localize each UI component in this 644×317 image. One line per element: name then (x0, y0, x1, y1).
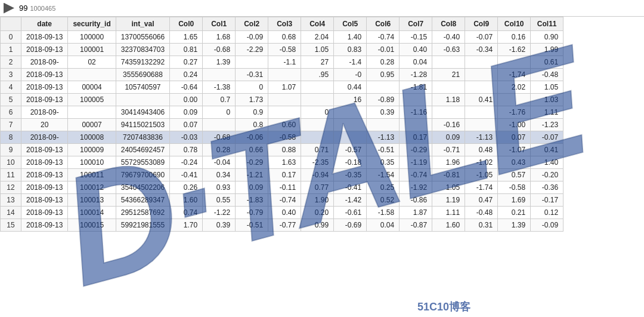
cell-10: 0.25 (367, 181, 400, 194)
cell-9: 1.40 (334, 31, 367, 44)
cell-15: -0.17 (531, 194, 564, 207)
col-header-col0[interactable]: Col0 (170, 17, 203, 31)
cell-4: 1.70 (170, 219, 203, 232)
cell-7: 1.07 (268, 81, 301, 94)
cell-13: -1.05 (465, 169, 498, 181)
cell-7: 1.63 (268, 156, 301, 169)
cell-6: -2.29 (236, 44, 268, 56)
cell-10: -0.74 (367, 31, 400, 44)
cell-2: 100005 (68, 94, 116, 106)
cell-14: 0.57 (498, 169, 531, 181)
cell-15: -0.09 (531, 219, 564, 232)
cell-4: 0.78 (170, 144, 203, 156)
row-index: 3 (1, 69, 21, 81)
row-index: 13 (1, 194, 21, 207)
cell-8: -2.35 (301, 156, 334, 169)
col-header-col9[interactable]: Col9 (465, 17, 498, 31)
cell-13 (465, 56, 498, 69)
cell-1: 2018-09-13 (21, 156, 68, 169)
col-header-col8[interactable]: Col8 (432, 17, 465, 31)
row-index: 10 (1, 156, 21, 169)
cell-2: 100013 (68, 194, 116, 207)
cell-7: 0.68 (268, 31, 301, 44)
cell-6: -1.21 (236, 169, 268, 181)
cell-13 (465, 119, 498, 131)
row-index: 9 (1, 144, 21, 156)
table-row: 42018-09-1300004105740597-0.64-1.3801.07… (1, 81, 564, 94)
row-index: 1 (1, 44, 21, 56)
cell-5: -1.38 (203, 81, 236, 94)
cell-2: 00004 (68, 81, 116, 94)
cell-15: 0.90 (531, 31, 564, 44)
col-header-col11[interactable]: Col11 (531, 17, 564, 31)
cell-11: 0.17 (400, 131, 432, 144)
cell-3: 29512587692 (116, 207, 169, 219)
row-index: 8 (1, 131, 21, 144)
table-row: 02018-09-13100000137005560661.651.68-0.0… (1, 31, 564, 44)
cell-7: -1.1 (268, 56, 301, 69)
cell-5: 0.39 (203, 219, 236, 232)
cell-7 (268, 69, 301, 81)
cell-7: 0.40 (268, 207, 301, 219)
cell-13: -0.48 (465, 207, 498, 219)
cell-9: -0.41 (334, 181, 367, 194)
col-header-col3[interactable]: Col3 (268, 17, 301, 31)
col-header-security_id[interactable]: security_id (68, 17, 116, 31)
table-row: 102018-09-1310001055729553089-0.24-0.04-… (1, 156, 564, 169)
cell-15: 1.40 (531, 156, 564, 169)
col-header-col10[interactable]: Col10 (498, 17, 531, 31)
cell-1: 2018-09-13 (21, 194, 68, 207)
cell-15: 1.03 (531, 94, 564, 106)
cell-2: 100001 (68, 44, 116, 56)
cell-6: 0.8 (236, 119, 268, 131)
cell-8: 27 (301, 56, 334, 69)
col-header-col7[interactable]: Col7 (400, 17, 432, 31)
col-header-col2[interactable]: Col2 (236, 17, 268, 31)
cell-7 (268, 94, 301, 106)
cell-1: 2018-09- (21, 56, 68, 69)
cell-11: 0.40 (400, 44, 432, 56)
col-header-col6[interactable]: Col6 (367, 17, 400, 31)
col-header-date[interactable]: date (21, 17, 68, 31)
play-button[interactable] (4, 3, 14, 14)
cell-14: -1.07 (498, 144, 531, 156)
cell-13: -1.02 (465, 156, 498, 169)
cell-2: 100010 (68, 156, 116, 169)
cell-5: 0.55 (203, 194, 236, 207)
cell-3: 105740597 (116, 81, 169, 94)
cell-8: 0 (301, 106, 334, 119)
cell-5: 0.7 (203, 94, 236, 106)
cell-15: -0.48 (531, 69, 564, 81)
cell-9: 0.44 (334, 81, 367, 94)
cell-3: 30414943406 (116, 106, 169, 119)
cell-9: 16 (334, 94, 367, 106)
cell-8 (301, 131, 334, 144)
cell-5: 0 (203, 106, 236, 119)
cell-13 (465, 81, 498, 94)
cell-3: 74359132292 (116, 56, 169, 69)
cell-10 (367, 81, 400, 94)
col-header-int_val[interactable]: int_val (116, 17, 169, 31)
cell-10: 0.35 (367, 156, 400, 169)
cell-13: -1.13 (465, 131, 498, 144)
col-header-col4[interactable]: Col4 (301, 17, 334, 31)
cell-3: 32370834703 (116, 44, 169, 56)
cell-10: 0.39 (367, 106, 400, 119)
cell-11: -1.81 (400, 81, 432, 94)
cell-10: 0.04 (367, 219, 400, 232)
table-wrapper[interactable]: date security_id int_val Col0 Col1 Col2 … (0, 17, 644, 317)
cell-13 (465, 106, 498, 119)
cell-5: -0.68 (203, 131, 236, 144)
cell-8 (301, 81, 334, 94)
cell-11: -0.86 (400, 194, 432, 207)
cell-15: 1.11 (531, 106, 564, 119)
cell-14: -0.58 (498, 181, 531, 194)
cell-9: -0.69 (334, 219, 367, 232)
col-header-col5[interactable]: Col5 (334, 17, 367, 31)
col-header-col1[interactable]: Col1 (203, 17, 236, 31)
cell-4: -0.41 (170, 169, 203, 181)
cell-10: -0.51 (367, 144, 400, 156)
cell-1: 2018-09-13 (21, 94, 68, 106)
table-row: 132018-09-13100013543662893471.600.55-1.… (1, 194, 564, 207)
cell-5: 1.68 (203, 31, 236, 44)
